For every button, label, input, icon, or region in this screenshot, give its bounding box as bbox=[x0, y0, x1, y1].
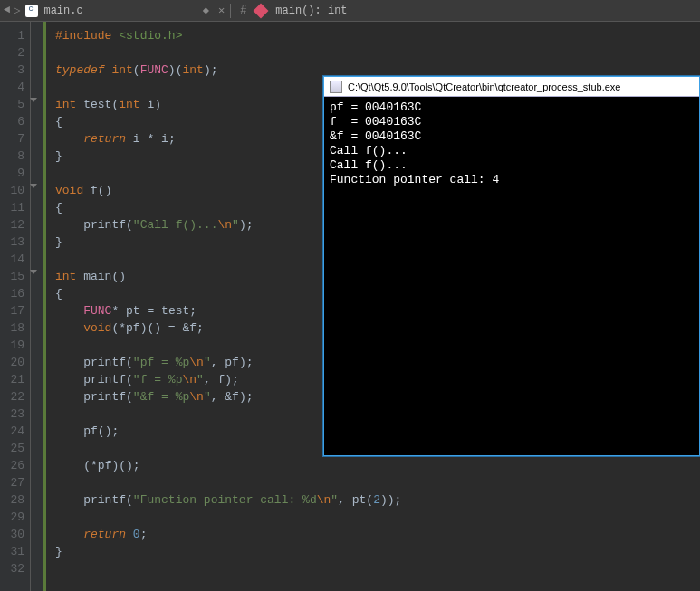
console-title: C:\Qt\Qt5.9.0\Tools\QtCreator\bin\qtcrea… bbox=[348, 81, 620, 92]
line-number: 23 bbox=[4, 405, 24, 423]
line-number: 31 bbox=[4, 543, 24, 560]
close-icon[interactable]: ✕ bbox=[218, 4, 225, 17]
line-number: 6 bbox=[4, 113, 24, 130]
code-line[interactable]: (*pf)(); bbox=[55, 457, 700, 474]
filename[interactable]: main.c bbox=[43, 5, 82, 17]
line-number: 27 bbox=[4, 474, 24, 491]
code-line[interactable]: } bbox=[55, 543, 700, 560]
line-number: 19 bbox=[4, 337, 24, 354]
fold-icon[interactable] bbox=[30, 270, 37, 274]
nav-fwd-icon[interactable]: ▷ bbox=[14, 4, 20, 17]
line-number: 7 bbox=[4, 130, 24, 148]
line-number: 22 bbox=[4, 388, 24, 405]
line-number: 29 bbox=[4, 509, 24, 526]
nav-back-icon[interactable]: ◄ bbox=[4, 4, 10, 17]
fold-icon[interactable] bbox=[30, 184, 37, 188]
separator bbox=[230, 4, 231, 18]
nav-arrows[interactable]: ◄ ▷ bbox=[4, 4, 20, 17]
line-number: 3 bbox=[4, 62, 24, 79]
line-number: 9 bbox=[4, 165, 24, 182]
hash-icon: # bbox=[240, 5, 246, 17]
console-window[interactable]: C:\Qt\Qt5.9.0\Tools\QtCreator\bin\qtcrea… bbox=[323, 76, 700, 456]
line-number: 32 bbox=[4, 560, 24, 577]
line-number: 1 bbox=[4, 27, 24, 44]
code-line[interactable] bbox=[55, 474, 700, 491]
code-line[interactable]: return 0; bbox=[55, 526, 700, 543]
line-number: 17 bbox=[4, 302, 24, 319]
fold-icon[interactable] bbox=[30, 98, 37, 102]
line-number: 21 bbox=[4, 371, 24, 388]
line-number: 14 bbox=[4, 251, 24, 268]
code-line[interactable] bbox=[55, 44, 700, 62]
line-number: 26 bbox=[4, 457, 24, 474]
line-number: 2 bbox=[4, 44, 24, 62]
line-number: 8 bbox=[4, 148, 24, 165]
line-number: 10 bbox=[4, 182, 24, 199]
file-icon bbox=[25, 5, 38, 17]
code-line[interactable]: #include <stdio.h> bbox=[55, 27, 700, 44]
line-number: 5 bbox=[4, 96, 24, 113]
line-number: 20 bbox=[4, 354, 24, 371]
fold-bar bbox=[31, 22, 43, 591]
line-number: 16 bbox=[4, 285, 24, 302]
app-icon bbox=[330, 81, 342, 93]
line-number: 24 bbox=[4, 423, 24, 440]
line-number: 12 bbox=[4, 216, 24, 234]
code-line[interactable]: printf("Function pointer call: %d\n", pt… bbox=[55, 491, 700, 509]
line-number: 28 bbox=[4, 491, 24, 509]
code-line[interactable] bbox=[55, 509, 700, 526]
line-number: 4 bbox=[4, 79, 24, 96]
bookmark-icon bbox=[254, 3, 269, 18]
console-titlebar[interactable]: C:\Qt\Qt5.9.0\Tools\QtCreator\bin\qtcrea… bbox=[324, 77, 699, 97]
code-line[interactable] bbox=[55, 560, 700, 577]
line-number: 30 bbox=[4, 526, 24, 543]
console-output: pf = 0040163C f = 0040163C &f = 0040163C… bbox=[324, 97, 699, 455]
line-number: 11 bbox=[4, 199, 24, 216]
dropdown-icon[interactable]: ◆ bbox=[203, 4, 209, 17]
line-gutter: 1234567891011121314151617181920212223242… bbox=[0, 22, 31, 591]
line-number: 18 bbox=[4, 319, 24, 337]
line-number: 13 bbox=[4, 234, 24, 251]
line-number: 25 bbox=[4, 440, 24, 457]
line-number: 15 bbox=[4, 268, 24, 285]
toolbar: ◄ ▷ main.c ◆ ✕ # main(): int bbox=[0, 0, 700, 22]
symbol-label[interactable]: main(): int bbox=[275, 5, 347, 17]
